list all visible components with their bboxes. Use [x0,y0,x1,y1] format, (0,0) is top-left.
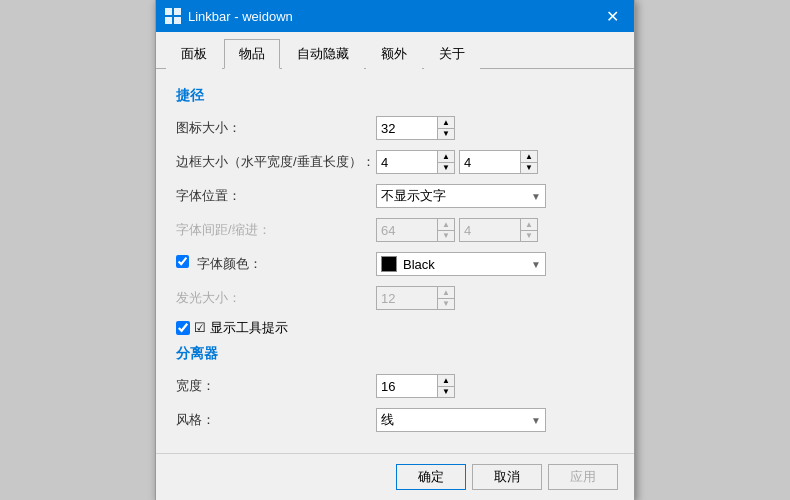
font-color-row: 字体颜色： Black ▼ [176,251,614,277]
shortcut-section-title: 捷径 [176,87,614,105]
glow-size-down: ▼ [438,298,454,309]
font-position-arrow: ▼ [531,191,541,202]
color-left: Black [381,256,435,272]
separator-width-input[interactable] [377,375,437,397]
border-size-up2[interactable]: ▲ [521,151,537,162]
char-spacing-input2 [460,219,520,241]
dialog: Linkbar - weidown ✕ 面板 物品 自动隐藏 额外 关于 捷径 … [155,0,635,500]
char-spacing-up1: ▲ [438,219,454,230]
show-tooltip-label: ☑ 显示工具提示 [194,319,288,337]
font-color-checkbox[interactable] [176,255,189,268]
title-text: Linkbar - weidown [188,9,598,24]
tab-bar: 面板 物品 自动隐藏 额外 关于 [156,32,634,69]
border-size-row: 边框大小（水平宽度/垂直长度）： ▲ ▼ ▲ ▼ [176,149,614,175]
glow-size-input [377,287,437,309]
font-position-value: 不显示文字 [381,187,446,205]
apply-button[interactable]: 应用 [548,464,618,490]
separator-width-up[interactable]: ▲ [438,375,454,386]
svg-rect-1 [174,8,181,15]
border-size-up1[interactable]: ▲ [438,151,454,162]
ok-button[interactable]: 确定 [396,464,466,490]
icon-size-down[interactable]: ▼ [438,128,454,139]
border-size-spin-btns2: ▲ ▼ [520,151,537,173]
font-color-label-text: 字体颜色： [197,256,262,271]
glow-size-up: ▲ [438,287,454,298]
glow-size-label: 发光大小： [176,289,376,307]
icon-size-spin-btns: ▲ ▼ [437,117,454,139]
icon-size-spinbox: ▲ ▼ [376,116,455,140]
app-icon [164,7,182,25]
svg-rect-0 [165,8,172,15]
glow-size-row: 发光大小： ▲ ▼ [176,285,614,311]
font-color-label: 字体颜色： [176,255,376,273]
char-spacing-input1 [377,219,437,241]
char-spacing-spin-btns2: ▲ ▼ [520,219,537,241]
glow-size-spin-btns: ▲ ▼ [437,287,454,309]
font-position-row: 字体位置： 不显示文字 ▼ [176,183,614,209]
show-tooltip-row: ☑ 显示工具提示 [176,319,614,337]
border-size-down1[interactable]: ▼ [438,162,454,173]
icon-size-input[interactable] [377,117,437,139]
close-button[interactable]: ✕ [598,2,626,30]
svg-rect-2 [165,17,172,24]
separator-style-row: 风格： 线 ▼ [176,407,614,433]
border-size-input2[interactable] [460,151,520,173]
separator-width-spin-btns: ▲ ▼ [437,375,454,397]
color-name: Black [403,257,435,272]
border-size-spinbox1: ▲ ▼ [376,150,455,174]
tab-extra[interactable]: 额外 [366,39,422,69]
char-spacing-row: 字体间距/缩进： ▲ ▼ ▲ ▼ [176,217,614,243]
title-bar: Linkbar - weidown ✕ [156,0,634,32]
icon-size-row: 图标大小： ▲ ▼ [176,115,614,141]
separator-width-row: 宽度： ▲ ▼ [176,373,614,399]
footer: 确定 取消 应用 [156,453,634,500]
char-spacing-down2: ▼ [521,230,537,241]
separator-style-value: 线 [381,411,394,429]
content-area: 捷径 图标大小： ▲ ▼ 边框大小（水平宽度/垂直长度）： ▲ ▼ [156,69,634,453]
tab-about[interactable]: 关于 [424,39,480,69]
char-spacing-spin-btns1: ▲ ▼ [437,219,454,241]
separator-width-down[interactable]: ▼ [438,386,454,397]
char-spacing-inputs: ▲ ▼ ▲ ▼ [376,218,538,242]
font-position-select[interactable]: 不显示文字 ▼ [376,184,546,208]
char-spacing-down1: ▼ [438,230,454,241]
cancel-button[interactable]: 取消 [472,464,542,490]
show-tooltip-checkbox[interactable] [176,321,190,335]
separator-style-label: 风格： [176,411,376,429]
border-size-input1[interactable] [377,151,437,173]
tab-autohide[interactable]: 自动隐藏 [282,39,364,69]
icon-size-up[interactable]: ▲ [438,117,454,128]
border-size-label: 边框大小（水平宽度/垂直长度）： [176,153,376,171]
separator-style-select[interactable]: 线 ▼ [376,408,546,432]
border-size-inputs: ▲ ▼ ▲ ▼ [376,150,538,174]
separator-width-label: 宽度： [176,377,376,395]
tab-items[interactable]: 物品 [224,39,280,69]
font-color-select[interactable]: Black ▼ [376,252,546,276]
char-spacing-label: 字体间距/缩进： [176,221,376,239]
glow-size-spinbox: ▲ ▼ [376,286,455,310]
border-size-down2[interactable]: ▼ [521,162,537,173]
char-spacing-spinbox1: ▲ ▼ [376,218,455,242]
char-spacing-up2: ▲ [521,219,537,230]
font-position-label: 字体位置： [176,187,376,205]
icon-size-label: 图标大小： [176,119,376,137]
color-swatch [381,256,397,272]
border-size-spinbox2: ▲ ▼ [459,150,538,174]
color-arrow: ▼ [531,259,541,270]
border-size-spin-btns1: ▲ ▼ [437,151,454,173]
svg-rect-3 [174,17,181,24]
separator-style-arrow: ▼ [531,415,541,426]
separator-section-title: 分离器 [176,345,614,363]
separator-width-spinbox: ▲ ▼ [376,374,455,398]
char-spacing-spinbox2: ▲ ▼ [459,218,538,242]
separator-section: 分离器 宽度： ▲ ▼ 风格： 线 ▼ [176,345,614,433]
tab-panel[interactable]: 面板 [166,39,222,69]
